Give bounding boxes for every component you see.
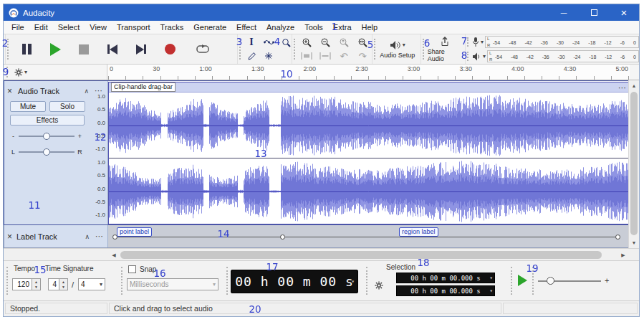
region-label[interactable]: region label [399, 227, 438, 237]
pan-slider-track[interactable] [19, 151, 75, 153]
envelope-tool-button[interactable] [264, 38, 274, 47]
playback-meter-grip[interactable] [467, 52, 470, 61]
audio-clip[interactable]: Clip-handle drag-bar ⋯ [108, 82, 629, 224]
playback-meter[interactable]: ▾ L R -54-48-42-36-30-24-18-12-60 [466, 49, 639, 63]
draw-tool-button[interactable] [247, 52, 256, 61]
menu-item[interactable]: Transport [112, 21, 155, 34]
menu-item[interactable]: Edit [29, 21, 53, 34]
selection-tool-button[interactable]: I [249, 37, 253, 48]
mute-button[interactable]: Mute [10, 101, 46, 112]
recording-meter-bar[interactable]: L R -54-48-42-36-30-24-18-12-60 [485, 36, 639, 48]
pan-slider[interactable]: L R [11, 147, 82, 157]
skip-to-end-button[interactable] [130, 39, 153, 60]
ts-spin-arrows[interactable]: ▲▼ [59, 278, 68, 290]
zoom-in-button[interactable] [302, 37, 312, 47]
tempo-spin-arrows[interactable]: ▲▼ [32, 278, 41, 290]
zoom-to-selection-button[interactable] [339, 37, 349, 47]
timeline-ruler[interactable]: 0301:001:302:002:303:003:304:004:305:00 [108, 65, 630, 80]
speed-slider-grip[interactable] [532, 267, 535, 295]
menu-item[interactable]: Tracks [155, 21, 189, 34]
minimize-button[interactable]: ─ [549, 4, 579, 21]
point-label[interactable]: point label [117, 227, 152, 237]
horizontal-scroll-thumb[interactable] [120, 251, 602, 259]
time-display-dropdown-icon[interactable]: ▾ [351, 278, 355, 285]
recording-meter-dropdown-icon[interactable]: ▾ [481, 39, 484, 45]
audio-setup-grip[interactable] [374, 39, 377, 60]
waveform-channel-2[interactable] [109, 158, 628, 224]
collapse-label-track-button[interactable]: ∧ [85, 233, 90, 240]
skip-to-start-button[interactable] [101, 39, 124, 60]
selection-start-dropdown-icon[interactable]: ▾ [489, 275, 493, 281]
snap-checkbox[interactable] [128, 265, 136, 273]
selection-settings-button[interactable] [375, 280, 383, 293]
ts-spin-up-icon[interactable]: ▲ [59, 279, 67, 285]
menu-item[interactable]: Analyze [261, 21, 299, 34]
audio-setup-button[interactable]: ▾ Audio Setup [379, 34, 416, 64]
selection-end-field[interactable]: 00 h 00 m 00.000 s ▾ [396, 285, 495, 296]
clip-menu-button[interactable]: ⋯ [618, 84, 626, 91]
pan-slider-thumb[interactable] [43, 148, 50, 156]
undo-button[interactable]: ↶ [340, 51, 348, 62]
close-label-track-button[interactable]: × [7, 232, 16, 242]
playback-meter-dropdown-icon[interactable]: ▾ [483, 53, 486, 60]
region-start-handle[interactable] [280, 235, 285, 240]
recording-meter[interactable]: ▾ L R -54-48-42-36-30-24-18-12-60 [466, 35, 639, 49]
silence-audio-button[interactable] [319, 52, 331, 60]
gain-slider-thumb[interactable] [43, 133, 50, 140]
label-track-content[interactable]: point label region label [108, 225, 629, 247]
trim-audio-button[interactable] [301, 52, 312, 60]
loop-button[interactable] [191, 39, 214, 60]
redo-button[interactable]: ↷ [359, 51, 367, 62]
snap-grip[interactable] [121, 267, 124, 295]
share-audio-grip[interactable] [423, 39, 426, 60]
horizontal-scrollbar[interactable]: ◀ ▶ [4, 248, 639, 260]
clip-handle-drag-bar[interactable]: Clip-handle drag-bar ⋯ [109, 82, 628, 93]
time-grip[interactable] [226, 267, 229, 295]
zoom-fit-project-button[interactable] [357, 37, 367, 47]
menu-item[interactable]: Tools [299, 21, 328, 34]
region-end-handle[interactable] [615, 235, 620, 240]
record-button[interactable] [158, 39, 181, 60]
multi-tool-button[interactable] [264, 52, 273, 60]
menu-item[interactable]: Generate [188, 21, 231, 34]
zoom-out-button[interactable] [320, 37, 330, 47]
scroll-right-button[interactable]: ▶ [617, 250, 629, 260]
tempo-spinner[interactable]: 120 ▲▼ [12, 278, 41, 290]
waveform-canvas-1[interactable] [109, 93, 628, 158]
ts-spin-down-icon[interactable]: ▼ [59, 285, 67, 290]
scroll-down-button[interactable]: ▼ [629, 237, 639, 248]
selection-end-dropdown-icon[interactable]: ▾ [489, 288, 493, 294]
label-track-menu-button[interactable]: ⋯ [95, 232, 103, 241]
timeline-options-button[interactable]: ▾ [14, 68, 27, 77]
clip-title[interactable]: Clip-handle drag-bar [111, 82, 176, 92]
play-at-speed-button[interactable] [518, 275, 527, 286]
menu-item[interactable]: View [85, 21, 112, 34]
playback-meter-bar[interactable]: L R -54-48-42-36-30-24-18-12-60 [487, 50, 639, 62]
menu-item[interactable]: Extra [328, 21, 357, 34]
speed-slider-thumb[interactable] [547, 277, 554, 285]
vertical-scrollbar[interactable]: ▲ ▼ [628, 80, 639, 248]
menu-item[interactable]: Effect [231, 21, 261, 34]
menu-item[interactable]: Help [357, 21, 383, 34]
scroll-up-button[interactable]: ▲ [629, 80, 639, 91]
close-track-button[interactable]: × [7, 86, 16, 96]
gain-slider[interactable]: - + [11, 131, 82, 141]
ts-upper-value[interactable]: 4 [48, 278, 59, 290]
ts-upper-spinner[interactable]: 4 ▲▼ [48, 278, 68, 290]
share-audio-button[interactable]: Share Audio [428, 34, 462, 64]
close-button[interactable]: × [609, 4, 639, 21]
effects-button[interactable]: Effects [10, 115, 85, 126]
audio-track-title[interactable]: Audio Track [18, 87, 59, 95]
ts-lower-select[interactable]: 4 ▾ [78, 278, 105, 290]
scroll-left-button[interactable]: ◀ [108, 250, 120, 260]
vertical-scroll-thumb[interactable] [630, 92, 638, 235]
tools-toolbar-grip[interactable] [239, 39, 241, 60]
timeline-grip[interactable] [6, 67, 9, 77]
recording-meter-grip[interactable] [467, 37, 470, 47]
waveform-canvas-2[interactable] [109, 158, 628, 224]
tempo-grip[interactable] [6, 267, 9, 295]
play-button[interactable] [44, 39, 67, 60]
snap-mode-select[interactable]: Milliseconds ▾ [127, 278, 218, 290]
zoom-tool-button[interactable] [282, 38, 291, 47]
gain-slider-track[interactable] [19, 136, 75, 137]
